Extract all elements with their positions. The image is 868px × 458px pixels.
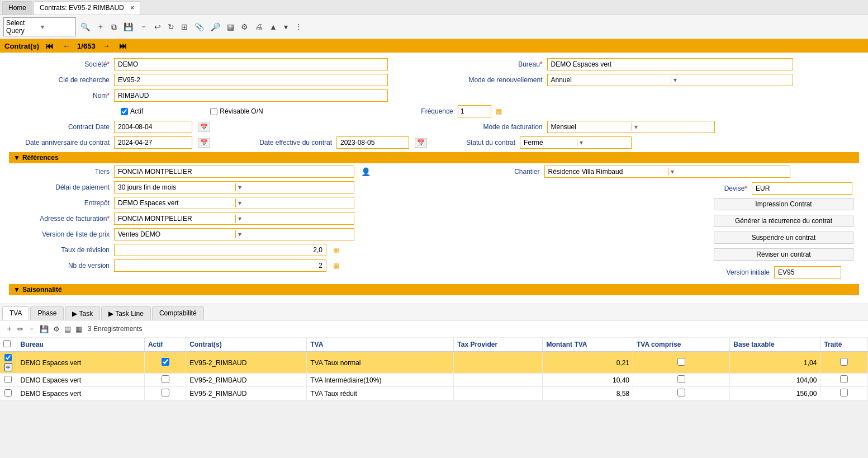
cell-actif[interactable]	[144, 352, 186, 374]
actif-checkbox[interactable]	[162, 375, 169, 383]
version-prix-arrow[interactable]: ▾	[235, 230, 354, 238]
table-add-button[interactable]: ＋	[4, 323, 14, 335]
cell-tva-comprise[interactable]	[633, 374, 730, 387]
select-all-checkbox[interactable]	[3, 340, 11, 347]
adresse-arrow[interactable]: ▾	[235, 215, 354, 223]
version-prix-select[interactable]: Ventes DEMO ▾	[114, 228, 354, 240]
close-tab-icon[interactable]: ×	[130, 4, 134, 12]
version-initiale-input[interactable]	[774, 266, 841, 278]
tva-comprise-checkbox[interactable]	[677, 358, 685, 366]
statut-arrow[interactable]: ▾	[577, 139, 632, 147]
nav-prev-button[interactable]: ←	[60, 41, 73, 50]
delete-button[interactable]: －	[137, 21, 150, 33]
zoom-button[interactable]: 🔎	[208, 21, 222, 32]
actif-checkbox[interactable]	[121, 108, 128, 115]
search-button[interactable]: 🔍	[78, 21, 92, 32]
traite-checkbox[interactable]	[840, 389, 848, 396]
nav-last-button[interactable]: ⏭	[117, 41, 129, 50]
saisonnalite-section-header[interactable]: ▼ Saisonnalité	[9, 284, 859, 295]
entrepot-arrow[interactable]: ▾	[235, 199, 354, 207]
taux-input[interactable]	[114, 244, 326, 256]
bureau-input[interactable]	[547, 58, 793, 70]
tva-comprise-checkbox[interactable]	[677, 375, 685, 383]
revisable-checkbox[interactable]	[210, 108, 217, 115]
tab-contrats[interactable]: Contrats: EV95-2 RIMBAUD ×	[34, 1, 140, 15]
actif-checkbox[interactable]	[162, 358, 169, 366]
settings-button[interactable]: ⚙	[239, 21, 250, 32]
traite-checkbox[interactable]	[840, 358, 848, 366]
mode-renouvellement-arrow[interactable]: ▾	[671, 76, 793, 84]
frequence-calendar-icon[interactable]: ▦	[496, 107, 502, 115]
cell-actif[interactable]	[144, 374, 186, 387]
cle-input[interactable]	[114, 74, 388, 86]
chantier-select[interactable]: Résidence Villa Rimbaud ▾	[544, 166, 790, 178]
undo-button[interactable]: ↩	[152, 21, 163, 32]
references-section-header[interactable]: ▼ Références	[9, 152, 859, 163]
contract-date-calendar-button[interactable]: 📅	[198, 122, 210, 132]
mode-renouvellement-select[interactable]: Annuel ▾	[547, 74, 793, 86]
copy-button[interactable]: ⧉	[109, 21, 119, 33]
save-button[interactable]: 💾	[121, 21, 135, 32]
suspendre-contrat-button[interactable]: Suspendre un contrat	[714, 232, 853, 244]
table-save-button[interactable]: 💾	[39, 324, 50, 334]
impression-contrat-button[interactable]: Impression Contrat	[714, 198, 853, 210]
date-effective-input[interactable]	[336, 136, 409, 149]
delai-select[interactable]: 30 jours fin de mois ▾	[114, 181, 354, 193]
tab-phase[interactable]: Phase	[30, 306, 64, 320]
tiers-person-icon[interactable]: 👤	[361, 167, 371, 176]
tab-comptabilite[interactable]: Comptabilité	[152, 306, 204, 320]
mode-facturation-arrow[interactable]: ▾	[632, 123, 714, 131]
table-view2-button[interactable]: ▦	[74, 324, 83, 334]
societe-input[interactable]	[114, 58, 388, 70]
row-checkbox[interactable]	[4, 376, 12, 383]
down-button[interactable]: ▾	[282, 21, 290, 32]
mode-facturation-select[interactable]: Mensuel ▾	[547, 121, 715, 133]
contract-date-input[interactable]	[114, 121, 192, 133]
delai-arrow[interactable]: ▾	[235, 183, 354, 191]
table-view1-button[interactable]: ▤	[63, 324, 72, 334]
cell-actif[interactable]	[144, 387, 186, 400]
grid-button[interactable]: ⊞	[179, 21, 190, 32]
taux-grid-icon[interactable]: ▦	[333, 246, 339, 254]
table-button[interactable]: ▦	[225, 21, 236, 32]
date-anniversaire-input[interactable]	[114, 136, 192, 149]
chantier-arrow[interactable]: ▾	[668, 168, 790, 176]
date-anniversaire-calendar-button[interactable]: 📅	[198, 138, 210, 148]
select-query-dropdown[interactable]: Select Query ▾	[3, 17, 76, 36]
more-button[interactable]: ⋮	[292, 21, 305, 32]
tiers-input[interactable]	[114, 166, 354, 178]
entrepot-select[interactable]: DEMO Espaces vert ▾	[114, 197, 354, 209]
table-delete-button[interactable]: －	[27, 323, 36, 335]
edit-icon[interactable]: ✏	[4, 363, 12, 371]
cell-tva-comprise[interactable]	[633, 352, 730, 374]
up-button[interactable]: ▲	[267, 21, 279, 32]
statut-select[interactable]: Fermé ▾	[520, 136, 632, 149]
cell-traite[interactable]	[820, 374, 868, 387]
refresh-button[interactable]: ↻	[165, 21, 177, 32]
adresse-select[interactable]: FONCIA MONTPELLIER ▾	[114, 213, 354, 225]
attach-button[interactable]: 📎	[192, 21, 206, 32]
actif-checkbox[interactable]	[162, 389, 169, 396]
nom-input[interactable]	[114, 89, 388, 102]
nav-first-button[interactable]: ⏮	[44, 41, 56, 50]
tab-home[interactable]: Home	[2, 1, 32, 15]
tva-comprise-checkbox[interactable]	[677, 389, 685, 396]
devise-input[interactable]	[752, 182, 852, 195]
row-checkbox[interactable]	[4, 389, 12, 396]
traite-checkbox[interactable]	[840, 375, 848, 383]
reviser-contrat-button[interactable]: Réviser un contrat	[714, 248, 853, 261]
add-button[interactable]: ＋	[94, 21, 107, 33]
generer-recurrence-button[interactable]: Générer la récurrence du contrat	[714, 215, 853, 227]
tab-tva[interactable]: TVA	[2, 306, 29, 320]
cell-traite[interactable]	[820, 387, 868, 400]
nav-next-button[interactable]: →	[100, 41, 112, 50]
table-edit-button[interactable]: ✏	[16, 324, 25, 334]
cell-traite[interactable]	[820, 352, 868, 374]
row-checkbox[interactable]	[4, 354, 12, 361]
tab-taskline[interactable]: ▶ Task Line	[101, 306, 151, 320]
table-settings-button[interactable]: ⚙	[52, 324, 61, 334]
col-select-all[interactable]	[0, 338, 17, 352]
date-effective-calendar-button[interactable]: 📅	[415, 138, 427, 148]
nb-version-input[interactable]	[114, 259, 326, 272]
nb-version-grid-icon[interactable]: ▦	[333, 262, 339, 270]
